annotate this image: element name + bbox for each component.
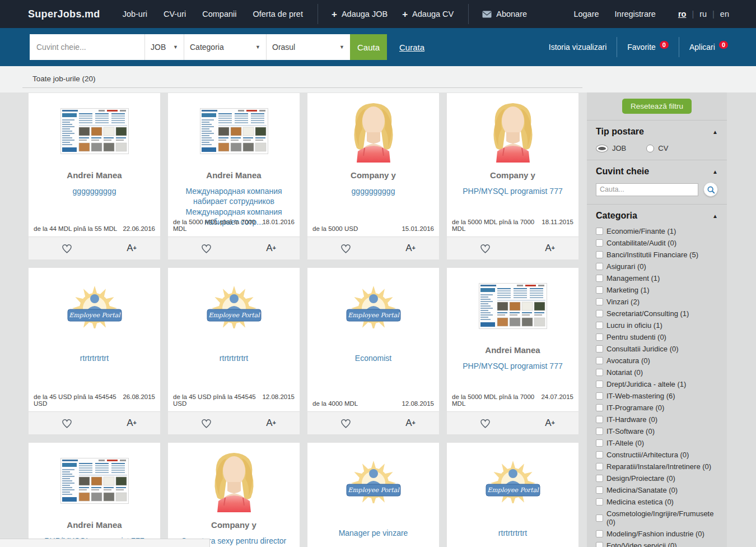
keyword-search-input[interactable] — [30, 34, 144, 60]
category-select[interactable]: Categoria ▼ — [184, 34, 266, 60]
job-card[interactable]: Employee PortalrtrtrtrtrtrtA+ — [446, 442, 579, 547]
category-checkbox-item[interactable]: Avocatura (0) — [596, 356, 718, 365]
checkbox-icon[interactable] — [596, 514, 603, 522]
checkbox-icon[interactable] — [596, 310, 603, 317]
job-title-link[interactable]: gggggggggg — [29, 186, 160, 196]
category-checkbox-item[interactable]: Cosmetologie/Ingrijire/Frumusete (0) — [596, 509, 718, 526]
checkbox-icon[interactable] — [596, 486, 603, 494]
category-checkbox-item[interactable]: Modeling/Fashion industrie (0) — [596, 530, 718, 538]
checkbox-icon[interactable] — [596, 286, 603, 294]
category-checkbox-item[interactable]: IT-Altele (0) — [596, 439, 718, 447]
category-checkbox-item[interactable]: Vinzari (2) — [596, 298, 718, 306]
search-button[interactable]: Cauta — [350, 34, 387, 60]
category-checkbox-item[interactable]: IT-Software (0) — [596, 427, 718, 435]
apply-button[interactable]: A+ — [266, 243, 276, 254]
category-checkbox-item[interactable]: Drept/Juridica - altele (1) — [596, 380, 718, 388]
job-title-link[interactable]: PHP/MYSQL programist 777 — [447, 361, 578, 371]
checkbox-icon[interactable] — [596, 475, 603, 482]
checkbox-icon[interactable] — [596, 530, 603, 537]
checkbox-icon[interactable] — [596, 251, 603, 258]
job-card[interactable]: Andrei ManeaPHP/MYSQL programist 777A+ — [28, 442, 161, 547]
radio-icon[interactable] — [646, 145, 654, 152]
job-card[interactable]: Employee Portalrtrtrtrtrtrtde la 45 USD … — [28, 267, 161, 435]
checkbox-icon[interactable] — [596, 428, 603, 435]
nav-link-job-uri[interactable]: Job-uri — [123, 10, 147, 18]
language-ro[interactable]: ro — [678, 10, 687, 18]
favorite-heart-button[interactable] — [340, 243, 352, 254]
type-section-heading[interactable]: Tip postare ▲ — [596, 127, 718, 137]
category-checkbox-item[interactable]: Asigurari (0) — [596, 262, 718, 271]
category-checkbox-item[interactable]: Reparatii/Instalare/Intretinere (0) — [596, 462, 718, 471]
favorite-heart-button[interactable] — [61, 418, 73, 429]
favorite-heart-button[interactable] — [200, 243, 212, 254]
checkbox-icon[interactable] — [596, 542, 603, 547]
category-checkbox-item[interactable]: Pentru studenti (0) — [596, 333, 718, 341]
job-card[interactable]: Andrei Maneaggggggggggde la 44 MDL pînă … — [28, 92, 161, 260]
checkbox-icon[interactable] — [596, 392, 603, 400]
subscribe-link[interactable]: Abonare — [482, 10, 527, 18]
apply-button[interactable]: A+ — [266, 418, 276, 429]
checkbox-icon[interactable] — [596, 404, 603, 411]
category-checkbox-item[interactable]: Secretariat/Consulting (1) — [596, 309, 718, 318]
job-card[interactable]: Employee PortalEconomistde la 4000 MDL12… — [307, 267, 440, 435]
category-checkbox-item[interactable]: Constructii/Arhitectura (0) — [596, 451, 718, 459]
radio-icon[interactable] — [596, 145, 608, 152]
nav-link-cv-uri[interactable]: CV-uri — [164, 10, 186, 18]
job-title-link[interactable]: rtrtrtrtrtrt — [29, 353, 160, 363]
radio-option-cv[interactable]: CV — [646, 144, 668, 152]
category-checkbox-item[interactable]: Marketing (1) — [596, 286, 718, 294]
checkbox-icon[interactable] — [596, 228, 603, 235]
job-card[interactable]: Employee PortalManager pe vinzareA+ — [307, 442, 440, 547]
apply-button[interactable]: A+ — [127, 418, 137, 429]
job-card[interactable]: Employee Portalrtrtrtrtrtrtde la 45 USD … — [167, 267, 300, 435]
applications-link[interactable]: Aplicari 0 — [689, 43, 728, 52]
checkbox-icon[interactable] — [596, 381, 603, 388]
checkbox-icon[interactable] — [596, 451, 603, 458]
category-checkbox-item[interactable]: Notariat (0) — [596, 368, 718, 377]
login-link[interactable]: Logare — [573, 10, 599, 18]
category-checkbox-item[interactable]: Contabilitate/Audit (0) — [596, 239, 718, 247]
favorite-heart-button[interactable] — [61, 243, 73, 254]
keyword-section-heading[interactable]: Cuvint cheie ▲ — [596, 166, 718, 177]
radio-option-job[interactable]: JOB — [596, 144, 626, 152]
category-section-heading[interactable]: Categoria ▲ — [596, 211, 718, 221]
job-title-link[interactable]: Economist — [307, 353, 439, 363]
job-card[interactable]: Company yPHP/MYSQL programist 777de la 5… — [446, 92, 579, 260]
job-title-link[interactable]: Manager pe vinzare — [307, 528, 439, 538]
city-select[interactable]: Orasul ▼ — [266, 34, 350, 60]
apply-button[interactable]: A+ — [127, 243, 137, 254]
nav-link-companii[interactable]: Companii — [202, 10, 236, 18]
category-checkbox-item[interactable]: Economie/Finante (1) — [596, 227, 718, 235]
favorite-heart-button[interactable] — [479, 418, 491, 429]
favorite-heart-button[interactable] — [479, 243, 491, 254]
checkbox-icon[interactable] — [596, 463, 603, 470]
checkbox-icon[interactable] — [596, 369, 603, 376]
checkbox-icon[interactable] — [596, 333, 603, 341]
category-checkbox-item[interactable]: Foto/Video servicii (0) — [596, 541, 718, 547]
checkbox-icon[interactable] — [596, 439, 603, 447]
site-logo[interactable]: SuperJobs.md — [28, 8, 100, 20]
checkbox-icon[interactable] — [596, 498, 603, 506]
favorite-heart-button[interactable] — [200, 418, 212, 429]
job-card[interactable]: Company ySecretara sexy pentru directorA… — [167, 442, 300, 547]
apply-button[interactable]: A+ — [545, 418, 555, 429]
checkbox-icon[interactable] — [596, 275, 603, 282]
add-cv-button[interactable]: + Adauga CV — [402, 10, 454, 19]
sidebar-keyword-input[interactable] — [596, 183, 698, 196]
apply-button[interactable]: A+ — [405, 243, 416, 254]
sidebar-search-button[interactable] — [703, 182, 718, 197]
history-link[interactable]: Istoria vizualizari — [549, 43, 606, 52]
register-link[interactable]: Inregistrare — [615, 10, 656, 18]
job-card[interactable]: Andrei ManeaPHP/MYSQL programist 777de l… — [446, 267, 579, 435]
job-card[interactable]: Andrei ManeaМеждународная компания набир… — [167, 92, 300, 260]
apply-button[interactable]: A+ — [545, 243, 555, 254]
checkbox-icon[interactable] — [596, 357, 603, 364]
category-checkbox-item[interactable]: Consultatii Juridice (0) — [596, 345, 718, 353]
category-checkbox-item[interactable]: IT-Web-mastering (6) — [596, 392, 718, 400]
job-title-link[interactable]: gggggggggg — [307, 186, 439, 196]
favorite-heart-button[interactable] — [340, 418, 352, 429]
nav-link-oferta-de-pret[interactable]: Oferta de pret — [253, 10, 303, 18]
job-title-link[interactable]: PHP/MYSQL programist 777 — [447, 186, 578, 196]
category-checkbox-item[interactable]: Medicina estetica (0) — [596, 498, 718, 506]
apply-button[interactable]: A+ — [405, 418, 416, 429]
